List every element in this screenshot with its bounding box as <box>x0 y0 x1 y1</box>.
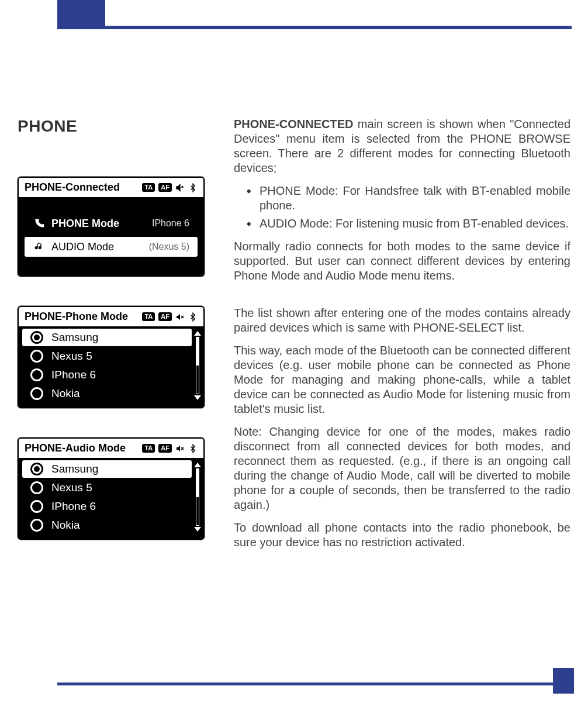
device-name: Nokia <box>51 519 80 532</box>
list-item[interactable]: Samsung <box>22 460 192 478</box>
screen-title: PHONE-Audio Mode <box>25 442 126 454</box>
bluetooth-icon <box>188 312 198 322</box>
list-item[interactable]: Nexus 5 <box>22 347 192 365</box>
device-name: Samsung <box>51 331 98 344</box>
af-badge: AF <box>158 444 172 453</box>
paragraph: The list shown after entering one of the… <box>234 306 570 335</box>
phone-mode-row[interactable]: PHONE Mode IPhone 6 <box>25 213 198 233</box>
device-name: Nexus 5 <box>51 350 92 363</box>
radio-icon <box>30 387 43 400</box>
list-item[interactable]: IPhone 6 <box>22 498 192 515</box>
list-item[interactable]: Samsung <box>22 329 192 346</box>
scroll-thumb[interactable] <box>196 469 199 497</box>
radio-icon <box>30 481 43 494</box>
header-icons: TA AF <box>142 183 198 192</box>
header-tab <box>57 0 105 26</box>
mute-icon <box>175 183 185 192</box>
radio-icon <box>30 350 43 363</box>
paragraph: To download all phone contacts into the … <box>234 520 570 550</box>
lead-bold: PHONE-CONNECTED <box>234 118 353 130</box>
screen-header: PHONE-Audio Mode TA AF <box>19 439 203 459</box>
list-item[interactable]: Nexus 5 <box>22 479 192 497</box>
scrollbar[interactable] <box>194 331 201 400</box>
mute-icon <box>175 312 185 322</box>
scroll-thumb[interactable] <box>196 337 199 366</box>
body-text: PHONE-CONNECTED main screen is shown whe… <box>234 117 570 569</box>
device-name: IPhone 6 <box>51 368 96 381</box>
af-badge: AF <box>158 312 172 321</box>
device-name: Samsung <box>51 463 98 475</box>
header-icons: TA AF <box>142 312 198 322</box>
scroll-up-icon[interactable] <box>194 331 201 336</box>
paragraph-note: Note: Changing device for one of the mod… <box>234 425 570 512</box>
list-item[interactable]: Nokia <box>22 385 192 402</box>
device-name: IPhone 6 <box>51 500 96 513</box>
screen-title: PHONE-Connected <box>25 181 120 194</box>
screen-header: PHONE-Connected TA AF <box>19 178 203 198</box>
paragraph: This way, each mode of the Bluetooth can… <box>234 343 570 416</box>
phone-mode-device: IPhone 6 <box>152 218 189 229</box>
radio-selected-icon <box>30 463 43 475</box>
music-note-icon <box>33 240 46 253</box>
phone-mode-label: PHONE Mode <box>51 218 119 230</box>
bluetooth-icon <box>188 444 198 453</box>
scroll-up-icon[interactable] <box>194 463 201 467</box>
phone-icon <box>33 217 46 230</box>
radio-icon <box>30 368 43 381</box>
audio-mode-device: (Nexus 5) <box>149 242 189 252</box>
radio-selected-icon <box>30 331 43 344</box>
scroll-track[interactable] <box>196 468 199 526</box>
radio-icon <box>30 519 43 532</box>
ta-badge: TA <box>142 444 155 453</box>
list-item[interactable]: Nokia <box>22 516 192 534</box>
audio-mode-label: AUDIO Mode <box>51 241 114 253</box>
audio-mode-row[interactable]: AUDIO Mode (Nexus 5) <box>25 237 198 257</box>
footer-tab <box>553 668 574 694</box>
device-name: Nokia <box>51 387 80 400</box>
bullet-audio-mode: AUDIO Mode: For listening music from BT-… <box>260 216 570 231</box>
bluetooth-icon <box>188 183 198 192</box>
scrollbar[interactable] <box>194 463 201 532</box>
mute-icon <box>175 444 185 453</box>
screenshot-audio-mode: PHONE-Audio Mode TA AF Samsung Nexus 5 <box>18 437 205 540</box>
footer-rule <box>57 682 553 685</box>
screen-header: PHONE-Phone Mode TA AF <box>19 307 203 328</box>
bullet-phone-mode: PHONE Mode: For Handsfree talk with BT-e… <box>260 184 570 213</box>
radio-icon <box>30 500 43 513</box>
scroll-down-icon[interactable] <box>194 527 201 532</box>
screen-title: PHONE-Phone Mode <box>25 311 128 323</box>
ta-badge: TA <box>142 183 155 192</box>
scroll-track[interactable] <box>196 337 199 394</box>
device-name: Nexus 5 <box>51 481 92 494</box>
header-rule <box>57 26 572 29</box>
screenshot-phone-mode: PHONE-Phone Mode TA AF Samsung Nexus 5 <box>18 306 205 408</box>
paragraph: Normally radio connects for both modes t… <box>234 239 570 283</box>
header-icons: TA AF <box>142 444 198 453</box>
section-title: PHONE <box>18 117 216 136</box>
af-badge: AF <box>158 183 172 192</box>
list-item[interactable]: IPhone 6 <box>22 366 192 384</box>
scroll-down-icon[interactable] <box>194 395 201 400</box>
ta-badge: TA <box>142 312 155 321</box>
screenshot-phone-connected: PHONE-Connected TA AF PHONE Mode IPhone … <box>18 177 205 277</box>
